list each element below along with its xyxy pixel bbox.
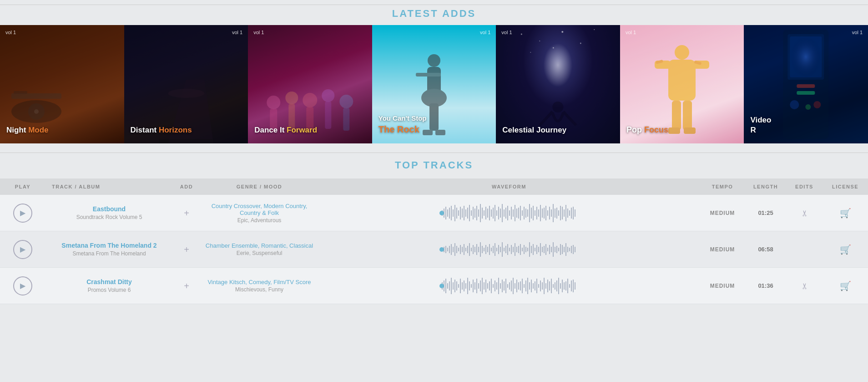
- svg-rect-176: [529, 242, 530, 257]
- svg-rect-191: [556, 246, 557, 253]
- svg-rect-108: [542, 209, 543, 218]
- svg-rect-171: [520, 244, 521, 255]
- svg-rect-103: [533, 206, 534, 220]
- svg-rect-157: [495, 243, 495, 256]
- col-play-1: ▶: [0, 202, 45, 224]
- cart-icon-1[interactable]: 🛒: [840, 208, 851, 219]
- svg-rect-184: [544, 246, 545, 253]
- col-tempo-2: MEDIUM: [700, 244, 745, 255]
- cart-icon-2[interactable]: 🛒: [840, 244, 851, 255]
- album-card-5[interactable]: vol 1 Celestial: [496, 25, 620, 143]
- svg-rect-4: [14, 91, 27, 94]
- crowd-icon: [248, 89, 372, 143]
- header-waveform: WAVEFORM: [318, 182, 700, 191]
- svg-rect-81: [493, 208, 494, 219]
- svg-rect-61: [456, 208, 457, 219]
- svg-rect-65: [464, 206, 464, 220]
- svg-rect-207: [449, 281, 450, 290]
- col-add-3: +: [173, 277, 200, 295]
- svg-rect-100: [527, 209, 528, 217]
- svg-rect-138: [460, 245, 461, 254]
- col-waveform-2[interactable]: [318, 238, 700, 261]
- top-tracks-title: TOP TRACKS: [0, 153, 868, 178]
- add-button-1[interactable]: +: [179, 206, 194, 220]
- svg-rect-99: [525, 209, 526, 218]
- album-title-5: Celestial Journey: [502, 125, 566, 135]
- track-album-1: Soundtrack Rock Volume 5: [49, 214, 169, 220]
- play-button-3[interactable]: ▶: [13, 276, 32, 295]
- svg-rect-74: [480, 204, 481, 222]
- album-card-6[interactable]: vol 1 Pop Focus: [620, 25, 744, 143]
- svg-rect-255: [536, 279, 537, 293]
- svg-rect-220: [473, 280, 474, 292]
- album-vol-1: vol 1: [5, 30, 16, 35]
- header-add: ADD: [173, 182, 200, 191]
- col-tempo-1: MEDIUM: [700, 208, 745, 218]
- svg-rect-221: [474, 282, 475, 290]
- album-card-7[interactable]: vol 1 VideoR: [744, 25, 868, 143]
- svg-rect-91: [511, 207, 512, 219]
- track-name-2[interactable]: Smetana From The Homeland 2: [49, 242, 169, 249]
- svg-rect-15: [325, 102, 331, 129]
- svg-rect-94: [516, 209, 517, 218]
- svg-rect-163: [505, 246, 506, 253]
- svg-rect-144: [471, 248, 472, 251]
- svg-rect-132: [449, 246, 450, 253]
- top-tracks-section: TOP TRACKS PLAY TRACK / ALBUM ADD GENRE …: [0, 143, 868, 304]
- album-card-1[interactable]: vol 1 Night Mode: [0, 25, 124, 143]
- svg-rect-234: [498, 278, 499, 294]
- svg-rect-62: [458, 210, 459, 216]
- svg-rect-195: [564, 247, 565, 252]
- svg-rect-227: [485, 280, 486, 292]
- tracks-header: PLAY TRACK / ALBUM ADD GENRE / MOOD WAVE…: [0, 178, 868, 195]
- svg-rect-254: [535, 281, 535, 290]
- cart-icon-3[interactable]: 🛒: [840, 280, 851, 291]
- mood-tags-2: Eerie, Suspenseful: [204, 250, 315, 256]
- col-waveform-1[interactable]: [318, 201, 700, 225]
- svg-rect-172: [522, 248, 523, 251]
- add-button-2[interactable]: +: [179, 242, 194, 257]
- svg-rect-253: [533, 283, 534, 289]
- col-track-info-3: Crashmat Ditty Promos Volume 6: [45, 276, 173, 295]
- svg-rect-244: [516, 280, 517, 292]
- header-edits: EDITS: [786, 182, 823, 191]
- track-name-1[interactable]: Eastbound: [49, 205, 169, 213]
- svg-rect-212: [458, 284, 459, 288]
- svg-rect-194: [562, 245, 563, 254]
- svg-rect-192: [558, 248, 559, 251]
- album-card-2[interactable]: vol 1 Distant Horizons: [124, 25, 248, 143]
- svg-rect-214: [462, 282, 463, 290]
- track-name-3[interactable]: Crashmat Ditty: [49, 278, 169, 285]
- svg-rect-211: [456, 281, 457, 290]
- col-edits-3[interactable]: ✂: [786, 279, 823, 293]
- svg-point-12: [303, 93, 317, 107]
- play-button-1[interactable]: ▶: [13, 204, 32, 223]
- svg-rect-57: [449, 208, 450, 219]
- svg-rect-217: [467, 278, 468, 294]
- scissors-icon-1: ✂: [799, 209, 809, 216]
- svg-rect-230: [491, 279, 492, 293]
- svg-rect-181: [538, 247, 539, 252]
- col-length-3: 01:36: [745, 280, 786, 291]
- col-track-info-2: Smetana From The Homeland 2 Smetana From…: [45, 240, 173, 259]
- col-waveform-3[interactable]: [318, 274, 700, 298]
- svg-rect-55: [445, 207, 446, 219]
- album-card-4[interactable]: vol 1 You Can't Stop The Rock: [372, 25, 496, 143]
- svg-rect-70: [473, 207, 474, 219]
- add-button-3[interactable]: +: [179, 279, 194, 293]
- svg-rect-63: [460, 207, 461, 219]
- album-card-3[interactable]: vol 1 Dance It Forward: [248, 25, 372, 143]
- svg-rect-69: [471, 210, 472, 216]
- svg-rect-75: [482, 208, 483, 219]
- col-edits-1[interactable]: ✂: [786, 206, 823, 220]
- col-license-2[interactable]: 🛒: [823, 242, 868, 257]
- album-vol-3: vol 1: [253, 30, 264, 35]
- svg-rect-165: [509, 248, 510, 251]
- svg-rect-136: [456, 246, 457, 253]
- svg-rect-149: [480, 242, 481, 257]
- svg-rect-199: [571, 246, 572, 253]
- col-license-3[interactable]: 🛒: [823, 279, 868, 293]
- play-button-2[interactable]: ▶: [13, 240, 32, 259]
- col-license-1[interactable]: 🛒: [823, 206, 868, 220]
- svg-rect-189: [553, 242, 554, 257]
